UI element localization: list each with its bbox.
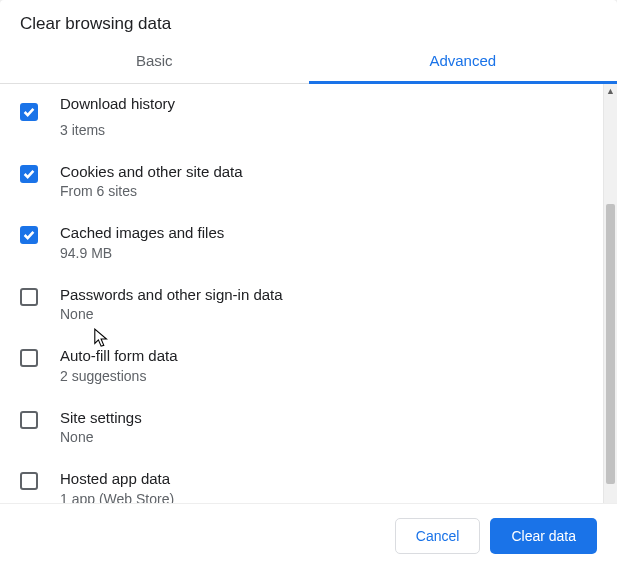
item-title: Passwords and other sign-in data bbox=[60, 285, 587, 305]
checkbox-cookies[interactable] bbox=[20, 165, 38, 183]
item-text: Download history 3 items bbox=[60, 100, 587, 138]
item-passwords: Passwords and other sign-in data None bbox=[20, 275, 587, 337]
dialog-footer: Cancel Clear data bbox=[0, 503, 617, 572]
dialog-title: Clear browsing data bbox=[0, 0, 617, 42]
item-title: Cached images and files bbox=[60, 223, 587, 243]
scrollbar[interactable]: ▲ bbox=[603, 84, 617, 503]
item-subtitle: From 6 sites bbox=[60, 183, 587, 199]
clear-browsing-data-dialog: Clear browsing data Basic Advanced Downl… bbox=[0, 0, 617, 572]
item-subtitle: None bbox=[60, 429, 587, 445]
item-text: Auto-fill form data 2 suggestions bbox=[60, 346, 587, 384]
scrollbar-up-icon[interactable]: ▲ bbox=[604, 84, 617, 98]
clear-data-button[interactable]: Clear data bbox=[490, 518, 597, 554]
item-subtitle: 3 items bbox=[60, 122, 587, 138]
item-text: Cached images and files 94.9 MB bbox=[60, 223, 587, 261]
scroll-area: Download history 3 items Cookies and oth… bbox=[0, 84, 617, 503]
checkbox-hosted-apps[interactable] bbox=[20, 472, 38, 490]
checkbox-autofill[interactable] bbox=[20, 349, 38, 367]
item-download-history: Download history 3 items bbox=[20, 90, 587, 152]
tab-bar: Basic Advanced bbox=[0, 42, 617, 84]
item-text: Hosted app data 1 app (Web Store) bbox=[60, 469, 587, 503]
item-hosted-apps: Hosted app data 1 app (Web Store) bbox=[20, 459, 587, 503]
checkbox-passwords[interactable] bbox=[20, 288, 38, 306]
tab-advanced[interactable]: Advanced bbox=[309, 42, 618, 83]
checkbox-site-settings[interactable] bbox=[20, 411, 38, 429]
item-text: Passwords and other sign-in data None bbox=[60, 285, 587, 323]
item-cache: Cached images and files 94.9 MB bbox=[20, 213, 587, 275]
item-text: Cookies and other site data From 6 sites bbox=[60, 162, 587, 200]
item-title: Hosted app data bbox=[60, 469, 587, 489]
item-title: Cookies and other site data bbox=[60, 162, 587, 182]
item-autofill: Auto-fill form data 2 suggestions bbox=[20, 336, 587, 398]
item-subtitle: 1 app (Web Store) bbox=[60, 491, 587, 504]
item-subtitle: 2 suggestions bbox=[60, 368, 587, 384]
item-title: Site settings bbox=[60, 408, 587, 428]
item-subtitle: None bbox=[60, 306, 587, 322]
cancel-button[interactable]: Cancel bbox=[395, 518, 481, 554]
checkbox-cache[interactable] bbox=[20, 226, 38, 244]
scrollbar-thumb[interactable] bbox=[606, 204, 615, 484]
item-title: Download history bbox=[60, 94, 587, 114]
checkbox-download-history[interactable] bbox=[20, 103, 38, 121]
item-title: Auto-fill form data bbox=[60, 346, 587, 366]
item-cookies: Cookies and other site data From 6 sites bbox=[20, 152, 587, 214]
item-text: Site settings None bbox=[60, 408, 587, 446]
data-type-list: Download history 3 items Cookies and oth… bbox=[0, 84, 603, 503]
tab-basic[interactable]: Basic bbox=[0, 42, 309, 83]
item-site-settings: Site settings None bbox=[20, 398, 587, 460]
item-subtitle: 94.9 MB bbox=[60, 245, 587, 261]
